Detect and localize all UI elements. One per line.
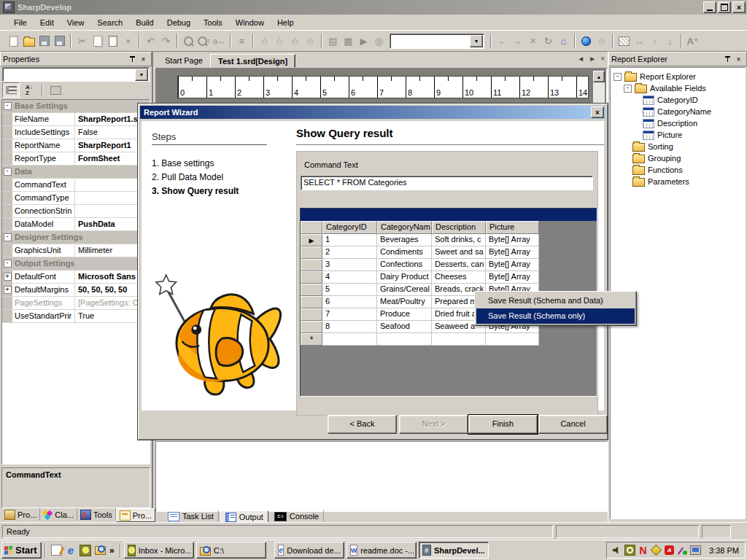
clear-bookmarks-icon[interactable]: ☆ [303, 34, 318, 48]
tab-properties[interactable]: Pro... [116, 508, 155, 522]
comment-region-icon[interactable]: ≡ [234, 34, 249, 48]
restore-button[interactable] [718, 1, 731, 13]
finish-button[interactable]: Finish [468, 415, 538, 434]
tree-item-report-explorer[interactable]: -Report Explorer [611, 71, 745, 82]
tree-item-available-fields[interactable]: -Available Fields [611, 82, 745, 94]
property-row[interactable]: ReportTypeFormSheet [2, 152, 150, 166]
macro-keys2-icon[interactable]: ▦ [341, 34, 356, 48]
grid-row[interactable]: 2CondimentsSweet and saByte[] Array [301, 246, 597, 259]
quicklaunch-overflow-icon[interactable]: » [107, 545, 117, 556]
copy-icon[interactable] [90, 34, 105, 48]
radio-icon[interactable] [624, 545, 635, 556]
cut-icon[interactable]: ✂ [74, 34, 90, 48]
property-row[interactable]: +DefaultFontMicrosoft Sans S [2, 271, 150, 284]
back-button[interactable]: < Back [328, 415, 397, 434]
command-text-input[interactable]: SELECT * FROM Categories [301, 176, 593, 190]
find-icon[interactable] [181, 34, 196, 48]
menu-item-save-schema-only[interactable]: Save Result (Schema only) [476, 308, 635, 324]
property-row[interactable]: PageSettings[PageSettings: Col [2, 297, 150, 310]
undo-icon[interactable]: ↶ [143, 34, 158, 48]
tab-scroll-right-icon[interactable]: ► [589, 55, 596, 63]
tree-item-parameters[interactable]: Parameters [611, 176, 745, 187]
tab-task-list[interactable]: Task List [163, 510, 219, 522]
property-row[interactable]: IncludeSettingsFalse [2, 126, 150, 139]
nav-forward-icon[interactable]: → [510, 34, 525, 48]
toolbar-combobox[interactable]: ▼ [390, 34, 484, 49]
quicklaunch-journal-icon[interactable] [50, 544, 63, 557]
alphabetical-sort-icon[interactable]: A↓Z [21, 83, 37, 97]
menu-build[interactable]: Build [129, 16, 160, 29]
tab-console[interactable]: C:\Console [270, 510, 324, 522]
tab-design[interactable]: Test 1.srd[Design] [210, 54, 295, 68]
property-pages-icon[interactable] [47, 83, 63, 97]
tree-item-picture[interactable]: Picture [611, 129, 745, 141]
netscape-icon[interactable]: N [638, 545, 649, 556]
start-button[interactable]: Start [1, 542, 42, 559]
tab-classes[interactable]: Cla... [40, 508, 77, 521]
tab-close-icon[interactable]: × [600, 55, 605, 63]
menu-item-save-schema-and-data[interactable]: Save Result (Schema and Data) [476, 293, 635, 308]
output-pane[interactable] [155, 441, 608, 512]
move-down-icon[interactable]: ↓ [662, 34, 678, 48]
property-row[interactable]: GraphicsUnitMillimeter [2, 244, 150, 257]
menu-file[interactable]: File [7, 16, 34, 29]
new-file-icon[interactable] [6, 34, 21, 48]
tree-item-categoryname[interactable]: CategoryName [611, 106, 745, 117]
menu-debug[interactable]: Debug [160, 16, 197, 29]
fit-width-icon[interactable]: ↔ [632, 34, 647, 48]
menu-window[interactable]: Window [229, 16, 271, 29]
web-favorites-icon[interactable]: ☆ [594, 34, 609, 48]
quicklaunch-ie-icon[interactable]: e [64, 544, 77, 557]
save-all-icon[interactable] [52, 34, 67, 48]
property-row[interactable]: FileNameSharpReport1.sr [2, 113, 150, 126]
tab-projects[interactable]: Pro... [1, 508, 40, 521]
next-bookmark-icon[interactable]: ☆ [287, 34, 303, 48]
grid-new-row[interactable]: * [301, 333, 597, 346]
property-row[interactable]: +DefaultMargins50, 50, 50, 50 [2, 284, 150, 297]
network-icon[interactable] [690, 545, 701, 556]
property-row[interactable]: DataModelPushData [2, 218, 150, 231]
tab-tools[interactable]: Tools [77, 508, 116, 521]
properties-close-icon[interactable]: × [138, 55, 149, 64]
grid-row[interactable]: 3ConfectionsDesserts, canByte[] Array [301, 259, 597, 271]
quicklaunch-outlook-icon[interactable] [79, 544, 92, 557]
image-icon[interactable] [616, 34, 632, 48]
toggle-bookmark-icon[interactable]: ☆ [257, 34, 272, 48]
prev-bookmark-icon[interactable]: ☆ [272, 34, 287, 48]
web-browser-icon[interactable] [578, 34, 594, 48]
move-up-icon[interactable]: ↑ [647, 34, 662, 48]
wand-icon[interactable] [677, 545, 688, 556]
menu-help[interactable]: Help [271, 16, 301, 29]
taskbar-button-readme[interactable]: Wreadme.doc -... [347, 542, 417, 559]
font-size-icon[interactable]: A⁺ [685, 34, 700, 48]
taskbar-button-sharpdevelop[interactable]: #SharpDevel... [419, 542, 489, 559]
grid-row[interactable]: 4Dairy ProductCheesesByte[] Array [301, 271, 597, 284]
wizard-close-icon[interactable]: × [591, 106, 604, 118]
menu-view[interactable]: View [61, 16, 91, 29]
taskbar-button-explorer[interactable]: C:\ [196, 542, 266, 559]
combobox-dropdown-icon[interactable]: ▼ [470, 35, 483, 47]
paste-icon[interactable] [105, 34, 120, 48]
stop-icon[interactable]: ◎ [371, 34, 387, 48]
save-icon[interactable] [36, 34, 52, 48]
nav-stop-icon[interactable]: ✕ [525, 34, 541, 48]
column-header[interactable]: CategoryID [322, 221, 377, 234]
ati-icon[interactable]: A [664, 545, 675, 556]
tree-item-categoryid[interactable]: CategoryID [611, 94, 745, 106]
tab-start-page[interactable]: Start Page [158, 54, 210, 68]
property-row[interactable]: ReportNameSharpReport1 [2, 139, 150, 152]
nav-refresh-icon[interactable]: ↻ [541, 34, 556, 48]
run-icon[interactable]: ▶ [356, 34, 371, 48]
property-row[interactable]: CommandType [2, 192, 150, 205]
report-explorer-close-icon[interactable]: × [733, 55, 744, 64]
grid-row[interactable]: ▶ 1BeveragesSoft drinks, cByte[] Array [301, 234, 597, 246]
property-row[interactable]: CommandText [2, 179, 150, 192]
replace-icon[interactable]: a↔ [212, 34, 227, 48]
property-row[interactable]: ConnectionStrin [2, 205, 150, 218]
object-selector-combobox[interactable]: ▼ [2, 67, 150, 82]
menu-edit[interactable]: Edit [34, 16, 61, 29]
find-in-files-icon[interactable]: 2 [196, 34, 212, 48]
pin-icon[interactable] [127, 55, 138, 64]
scroll-up-icon[interactable]: ▲ [593, 71, 605, 82]
volume-icon[interactable] [611, 545, 622, 556]
